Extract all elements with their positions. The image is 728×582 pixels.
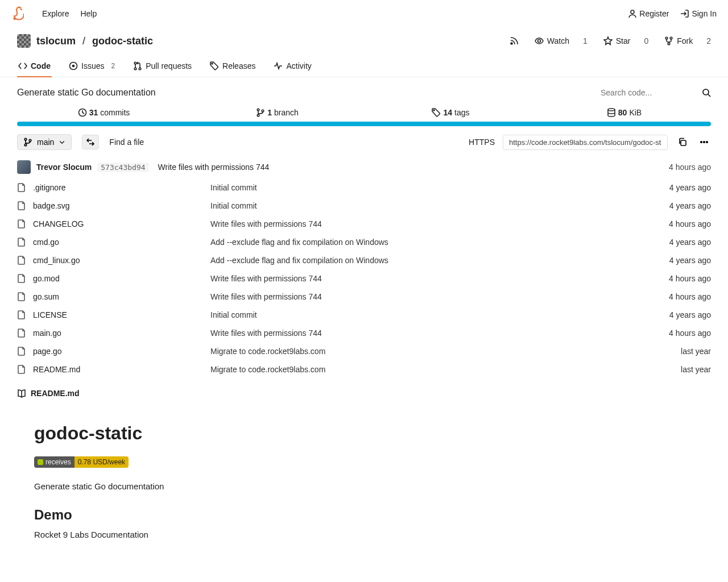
donation-badge[interactable]: receives 0.78 USD/week xyxy=(34,456,129,468)
copy-url-button[interactable] xyxy=(676,135,689,149)
file-commit-message[interactable]: Add --exclude flag and fix compilation o… xyxy=(210,256,609,265)
readme-body: godoc-static receives 0.78 USD/week Gene… xyxy=(0,401,728,579)
liberapay-icon xyxy=(38,459,43,465)
tag-icon xyxy=(210,61,219,70)
nav-signin-label: Sign In xyxy=(692,9,717,18)
file-row: main.goWrite files with permissions 7444… xyxy=(17,324,711,342)
file-name-link[interactable]: LICENSE xyxy=(33,310,67,319)
latest-commit-row: Trevor Slocum 573c43bd94 Write files wit… xyxy=(0,156,728,178)
nav-explore[interactable]: Explore xyxy=(42,9,69,18)
branch-icon xyxy=(256,108,265,117)
readme-filename-link[interactable]: README.md xyxy=(31,389,80,398)
repo-header: tslocum / godoc-static Watch 1 Star 0 Fo… xyxy=(0,27,728,52)
tab-releases[interactable]: Releases xyxy=(209,56,257,77)
clone-url-input[interactable] xyxy=(503,135,668,150)
file-name-link[interactable]: badge.svg xyxy=(33,201,70,210)
file-commit-message[interactable]: Initial commit xyxy=(210,310,609,319)
code-search-button[interactable] xyxy=(702,88,711,97)
file-commit-message[interactable]: Write files with permissions 744 xyxy=(210,292,609,301)
branch-selector[interactable]: main xyxy=(17,134,72,150)
file-time: 4 years ago xyxy=(609,238,711,247)
commit-sha-link[interactable]: 573c43bd94 xyxy=(97,163,148,172)
file-commit-message[interactable]: Migrate to code.rocket9labs.com xyxy=(210,347,609,356)
file-name-link[interactable]: .gitignore xyxy=(33,183,66,192)
nav-signin[interactable]: Sign In xyxy=(680,9,717,18)
rss-button[interactable] xyxy=(510,36,519,45)
file-commit-message[interactable]: Write files with permissions 744 xyxy=(210,329,609,338)
tab-activity[interactable]: Activity xyxy=(272,56,312,77)
star-button[interactable]: Star 0 xyxy=(603,36,648,45)
file-icon xyxy=(17,347,26,356)
stat-branches[interactable]: 1 branch xyxy=(191,103,364,122)
tags-count: 14 xyxy=(443,108,452,117)
tab-issues[interactable]: Issues 2 xyxy=(68,56,116,77)
code-search-input[interactable] xyxy=(601,88,697,97)
search-icon xyxy=(702,88,711,97)
file-time: 4 years ago xyxy=(609,183,711,192)
tab-issues-label: Issues xyxy=(81,61,104,70)
file-icon xyxy=(17,292,26,301)
file-icon xyxy=(17,183,26,192)
commit-time: 4 hours ago xyxy=(669,163,711,172)
size-label: KiB xyxy=(629,108,642,117)
file-name-link[interactable]: go.sum xyxy=(33,292,59,301)
branches-label: branch xyxy=(274,108,299,117)
commit-author-link[interactable]: Trevor Slocum xyxy=(36,163,92,172)
stat-commits[interactable]: 31 commits xyxy=(17,103,191,122)
file-name-link[interactable]: go.mod xyxy=(33,274,60,283)
find-file-link[interactable]: Find a file xyxy=(109,138,144,147)
file-commit-message[interactable]: Migrate to code.rocket9labs.com xyxy=(210,365,609,374)
nav-register-label: Register xyxy=(639,9,669,18)
file-list: .gitignoreInitial commit4 years agobadge… xyxy=(0,178,728,379)
badge-right-text: 0.78 USD/week xyxy=(75,456,129,468)
repo-owner-avatar[interactable] xyxy=(17,34,31,48)
file-icon xyxy=(17,365,26,374)
file-name-link[interactable]: cmd.go xyxy=(33,238,59,247)
file-row: CHANGELOGWrite files with permissions 74… xyxy=(17,215,711,233)
file-commit-message[interactable]: Initial commit xyxy=(210,201,609,210)
file-commit-message[interactable]: Add --exclude flag and fix compilation o… xyxy=(210,238,609,247)
file-name-link[interactable]: main.go xyxy=(33,329,61,338)
language-bar xyxy=(17,122,711,126)
file-commit-message[interactable]: Initial commit xyxy=(210,183,609,192)
repo-stats: 31 commits 1 branch 14 tags 80 KiB xyxy=(17,103,711,122)
file-time: 4 hours ago xyxy=(609,219,711,228)
file-commit-message[interactable]: Write files with permissions 744 xyxy=(210,219,609,228)
tab-pulls-label: Pull requests xyxy=(146,61,192,70)
branches-count: 1 xyxy=(267,108,272,117)
pulse-icon xyxy=(274,61,283,70)
size-count: 80 xyxy=(618,108,627,117)
commit-author-avatar[interactable] xyxy=(17,160,31,174)
repo-name-link[interactable]: godoc-static xyxy=(92,35,153,47)
nav-register[interactable]: Register xyxy=(628,9,669,18)
file-icon xyxy=(17,238,26,247)
stat-size[interactable]: 80 KiB xyxy=(537,103,711,122)
file-name-link[interactable]: CHANGELOG xyxy=(33,219,84,228)
file-commit-message[interactable]: Write files with permissions 744 xyxy=(210,274,609,283)
commits-label: commits xyxy=(100,108,130,117)
tab-code[interactable]: Code xyxy=(17,56,52,77)
more-menu-button[interactable] xyxy=(697,135,711,149)
fork-button[interactable]: Fork 2 xyxy=(664,36,711,45)
fork-icon xyxy=(664,36,673,45)
chevron-down-icon xyxy=(59,139,65,146)
file-name-link[interactable]: page.go xyxy=(33,347,62,356)
star-icon xyxy=(603,36,613,45)
tag-icon xyxy=(432,108,441,117)
tab-code-label: Code xyxy=(31,61,51,70)
file-row: cmd_linux.goAdd --exclude flag and fix c… xyxy=(17,251,711,269)
file-name-link[interactable]: cmd_linux.go xyxy=(33,256,80,265)
file-name-link[interactable]: README.md xyxy=(33,365,80,374)
tab-pulls[interactable]: Pull requests xyxy=(132,56,193,77)
site-logo-icon[interactable] xyxy=(11,6,24,22)
compare-button[interactable] xyxy=(82,135,99,149)
nav-help[interactable]: Help xyxy=(80,9,97,18)
file-icon xyxy=(17,256,26,265)
stat-tags[interactable]: 14 tags xyxy=(364,103,537,122)
watch-button[interactable]: Watch 1 xyxy=(535,36,588,45)
commit-message-link[interactable]: Write files with permissions 744 xyxy=(158,163,270,172)
repo-owner-link[interactable]: tslocum xyxy=(36,35,76,47)
pull-request-icon xyxy=(133,61,142,70)
compare-icon xyxy=(86,138,95,147)
clone-protocol-label[interactable]: HTTPS xyxy=(469,138,495,147)
